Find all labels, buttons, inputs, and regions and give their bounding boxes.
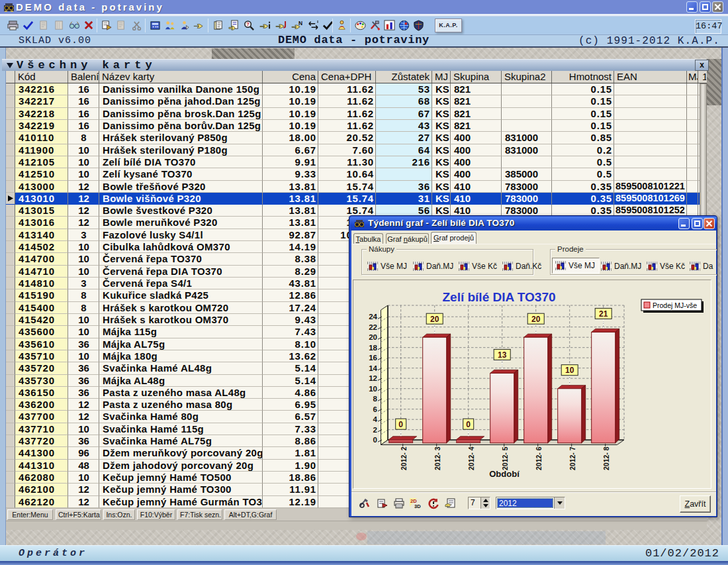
svg-text:12: 12 [369, 374, 377, 382]
svg-text:6: 6 [373, 405, 377, 413]
svg-text:10: 10 [369, 385, 377, 393]
svg-text:4: 4 [373, 415, 378, 423]
svg-text:0: 0 [373, 436, 377, 444]
svg-text:3D: 3D [414, 503, 421, 509]
svg-text:2012- 7: 2012- 7 [569, 446, 576, 470]
svg-text:2012- 4: 2012- 4 [467, 446, 475, 470]
svg-text:2012- 6: 2012- 6 [535, 446, 543, 470]
svg-text:14: 14 [369, 364, 377, 372]
svg-text:20: 20 [531, 315, 541, 324]
svg-text:13: 13 [498, 350, 507, 360]
svg-text:Prodej MJ-vše: Prodej MJ-vše [653, 301, 697, 309]
svg-text:0: 0 [466, 420, 471, 429]
svg-text:Zelí bílé DIA TO370: Zelí bílé DIA TO370 [442, 290, 555, 304]
svg-text:2012- 8: 2012- 8 [602, 446, 610, 470]
svg-text:16: 16 [369, 354, 377, 362]
svg-text:2012- 3: 2012- 3 [433, 446, 441, 470]
svg-text:22: 22 [369, 323, 377, 331]
svg-text:10: 10 [565, 366, 574, 375]
svg-text:Období: Období [489, 469, 520, 479]
svg-text:18: 18 [369, 344, 377, 352]
svg-text:2012- 5: 2012- 5 [501, 446, 509, 470]
svg-text:2: 2 [373, 426, 377, 434]
svg-text:2012- 2: 2012- 2 [400, 446, 408, 470]
svg-text:21: 21 [599, 309, 608, 319]
svg-text:20: 20 [430, 315, 439, 324]
svg-text:?: ? [246, 21, 250, 27]
svg-text:N: N [298, 20, 302, 26]
svg-text:24: 24 [369, 313, 377, 321]
svg-text:20: 20 [369, 333, 377, 341]
svg-text:0: 0 [398, 420, 403, 429]
svg-text:8: 8 [373, 395, 378, 403]
